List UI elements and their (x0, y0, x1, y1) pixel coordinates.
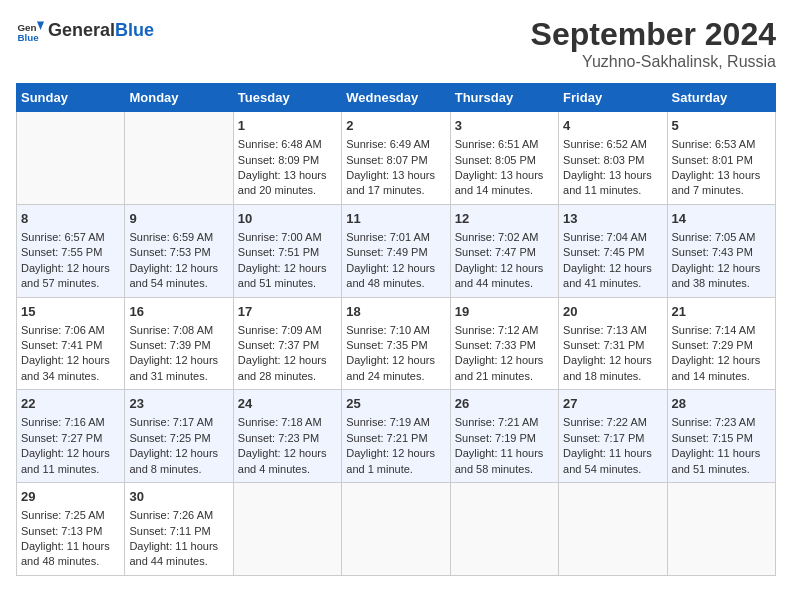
calendar-cell (667, 483, 775, 576)
day-number: 19 (455, 303, 554, 321)
day-info: Sunrise: 7:05 AM (672, 230, 771, 245)
day-info: and 41 minutes. (563, 276, 662, 291)
calendar-cell: 14Sunrise: 7:05 AMSunset: 7:43 PMDayligh… (667, 204, 775, 297)
day-info: Sunrise: 6:57 AM (21, 230, 120, 245)
day-info: Daylight: 11 hours (563, 446, 662, 461)
svg-marker-2 (37, 22, 44, 30)
day-info: Sunrise: 7:01 AM (346, 230, 445, 245)
day-info: and 31 minutes. (129, 369, 228, 384)
day-info: Daylight: 11 hours (129, 539, 228, 554)
day-info: Sunrise: 7:04 AM (563, 230, 662, 245)
day-info: and 34 minutes. (21, 369, 120, 384)
col-header-sunday: Sunday (17, 84, 125, 112)
day-number: 14 (672, 210, 771, 228)
calendar-cell: 1Sunrise: 6:48 AMSunset: 8:09 PMDaylight… (233, 112, 341, 205)
day-info: Sunset: 7:33 PM (455, 338, 554, 353)
day-info: and 57 minutes. (21, 276, 120, 291)
day-info: Sunrise: 7:09 AM (238, 323, 337, 338)
day-info: Sunset: 8:05 PM (455, 153, 554, 168)
day-info: Sunrise: 7:12 AM (455, 323, 554, 338)
day-number: 30 (129, 488, 228, 506)
day-number: 23 (129, 395, 228, 413)
calendar-cell: 4Sunrise: 6:52 AMSunset: 8:03 PMDaylight… (559, 112, 667, 205)
day-info: and 14 minutes. (455, 183, 554, 198)
day-info: Daylight: 12 hours (21, 446, 120, 461)
calendar-cell: 27Sunrise: 7:22 AMSunset: 7:17 PMDayligh… (559, 390, 667, 483)
day-info: and 20 minutes. (238, 183, 337, 198)
day-number: 26 (455, 395, 554, 413)
day-info: Sunrise: 7:23 AM (672, 415, 771, 430)
day-info: Daylight: 12 hours (346, 446, 445, 461)
calendar-cell: 25Sunrise: 7:19 AMSunset: 7:21 PMDayligh… (342, 390, 450, 483)
day-info: Sunset: 7:43 PM (672, 245, 771, 260)
day-info: Daylight: 12 hours (129, 261, 228, 276)
day-info: Sunrise: 7:10 AM (346, 323, 445, 338)
day-info: Sunset: 8:07 PM (346, 153, 445, 168)
calendar-cell: 9Sunrise: 6:59 AMSunset: 7:53 PMDaylight… (125, 204, 233, 297)
day-info: Daylight: 11 hours (455, 446, 554, 461)
logo-blue: Blue (115, 20, 154, 40)
day-info: and 48 minutes. (21, 554, 120, 569)
day-info: Daylight: 12 hours (129, 446, 228, 461)
day-number: 29 (21, 488, 120, 506)
calendar-cell (17, 112, 125, 205)
day-info: Sunset: 7:27 PM (21, 431, 120, 446)
calendar-row: 1Sunrise: 6:48 AMSunset: 8:09 PMDaylight… (17, 112, 776, 205)
day-info: Sunrise: 7:19 AM (346, 415, 445, 430)
day-info: Daylight: 12 hours (455, 261, 554, 276)
calendar-cell (450, 483, 558, 576)
day-number: 5 (672, 117, 771, 135)
day-info: Sunrise: 6:53 AM (672, 137, 771, 152)
day-info: Sunrise: 6:51 AM (455, 137, 554, 152)
calendar-cell: 15Sunrise: 7:06 AMSunset: 7:41 PMDayligh… (17, 297, 125, 390)
logo-general: General (48, 20, 115, 40)
day-number: 3 (455, 117, 554, 135)
day-info: Sunset: 7:13 PM (21, 524, 120, 539)
day-number: 8 (21, 210, 120, 228)
day-info: and 51 minutes. (672, 462, 771, 477)
day-info: Daylight: 13 hours (563, 168, 662, 183)
calendar-cell: 30Sunrise: 7:26 AMSunset: 7:11 PMDayligh… (125, 483, 233, 576)
day-info: and 24 minutes. (346, 369, 445, 384)
day-number: 25 (346, 395, 445, 413)
day-info: Daylight: 12 hours (672, 353, 771, 368)
calendar-cell: 28Sunrise: 7:23 AMSunset: 7:15 PMDayligh… (667, 390, 775, 483)
day-info: and 21 minutes. (455, 369, 554, 384)
calendar-cell: 17Sunrise: 7:09 AMSunset: 7:37 PMDayligh… (233, 297, 341, 390)
day-info: Sunset: 7:47 PM (455, 245, 554, 260)
svg-text:Blue: Blue (17, 32, 39, 43)
day-info: Sunset: 7:19 PM (455, 431, 554, 446)
day-info: Sunrise: 7:13 AM (563, 323, 662, 338)
calendar-cell: 26Sunrise: 7:21 AMSunset: 7:19 PMDayligh… (450, 390, 558, 483)
header-row: SundayMondayTuesdayWednesdayThursdayFrid… (17, 84, 776, 112)
page-header: Gen Blue GeneralBlue September 2024 Yuzh… (16, 16, 776, 71)
calendar-cell: 10Sunrise: 7:00 AMSunset: 7:51 PMDayligh… (233, 204, 341, 297)
day-info: Daylight: 12 hours (346, 353, 445, 368)
day-info: Daylight: 12 hours (238, 446, 337, 461)
day-info: Sunrise: 7:21 AM (455, 415, 554, 430)
day-number: 2 (346, 117, 445, 135)
calendar-cell (559, 483, 667, 576)
title-block: September 2024 Yuzhno-Sakhalinsk, Russia (531, 16, 776, 71)
calendar-cell: 3Sunrise: 6:51 AMSunset: 8:05 PMDaylight… (450, 112, 558, 205)
day-info: Sunset: 7:31 PM (563, 338, 662, 353)
day-info: Sunset: 7:35 PM (346, 338, 445, 353)
col-header-saturday: Saturday (667, 84, 775, 112)
day-info: Sunrise: 6:48 AM (238, 137, 337, 152)
day-info: Daylight: 12 hours (563, 353, 662, 368)
day-info: Daylight: 11 hours (672, 446, 771, 461)
day-number: 27 (563, 395, 662, 413)
day-info: and 18 minutes. (563, 369, 662, 384)
day-info: Sunrise: 7:25 AM (21, 508, 120, 523)
day-info: and 51 minutes. (238, 276, 337, 291)
day-info: Sunset: 7:45 PM (563, 245, 662, 260)
calendar-cell: 12Sunrise: 7:02 AMSunset: 7:47 PMDayligh… (450, 204, 558, 297)
day-number: 16 (129, 303, 228, 321)
day-info: and 4 minutes. (238, 462, 337, 477)
day-info: Sunrise: 6:52 AM (563, 137, 662, 152)
day-info: Sunrise: 6:59 AM (129, 230, 228, 245)
col-header-friday: Friday (559, 84, 667, 112)
day-number: 17 (238, 303, 337, 321)
day-number: 11 (346, 210, 445, 228)
calendar-cell: 5Sunrise: 6:53 AMSunset: 8:01 PMDaylight… (667, 112, 775, 205)
